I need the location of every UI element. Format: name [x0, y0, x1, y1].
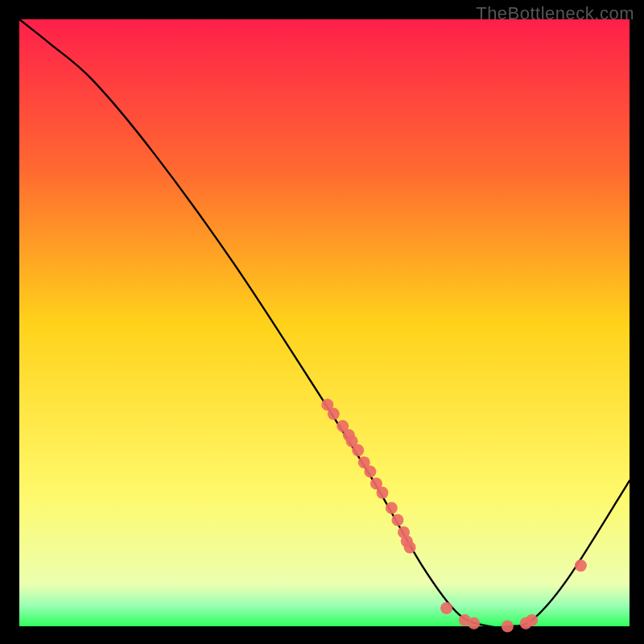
highlight-point	[352, 444, 364, 456]
plot-background	[19, 19, 630, 626]
highlight-point	[386, 502, 398, 514]
highlight-point	[377, 487, 389, 499]
attribution-text: TheBottleneck.com	[476, 3, 634, 24]
highlight-point	[468, 617, 480, 630]
highlight-point	[364, 465, 376, 477]
highlight-point	[575, 559, 587, 572]
highlight-point	[404, 541, 416, 553]
highlight-point	[328, 408, 340, 420]
chart-svg	[0, 0, 644, 644]
highlight-point	[502, 621, 514, 633]
chart-stage: TheBottleneck.com	[0, 0, 644, 644]
highlight-point	[440, 602, 452, 614]
highlight-point	[526, 614, 538, 626]
highlight-point	[391, 514, 403, 526]
